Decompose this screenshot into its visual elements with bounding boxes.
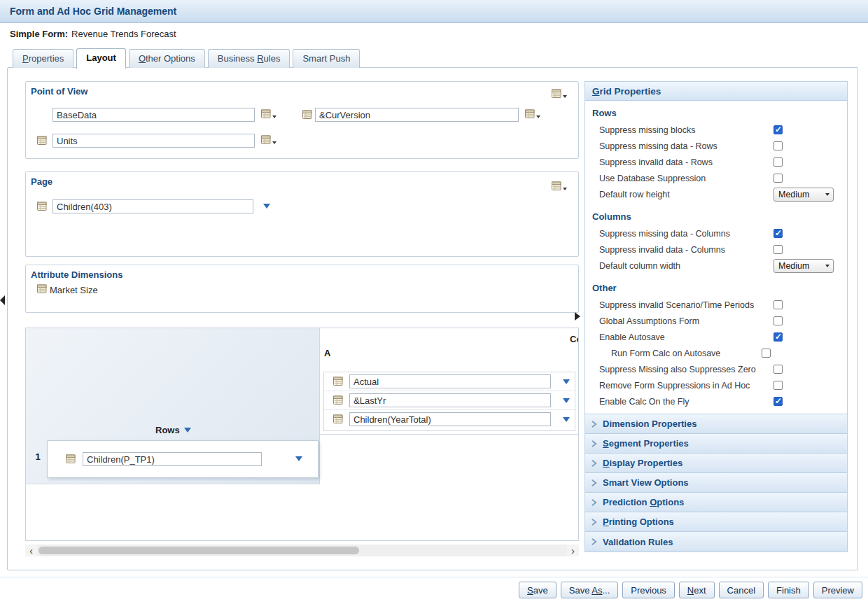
member-selector-icon <box>524 108 536 120</box>
save-button[interactable]: Save <box>519 582 556 598</box>
rows-section-title: Rows <box>585 102 847 122</box>
dropdown-arrow-icon <box>536 115 540 118</box>
checkbox-enable-calc-on-the-fly[interactable] <box>774 397 783 406</box>
dimension-icon[interactable] <box>36 201 48 212</box>
accordion-group: Dimension Properties Segment Properties … <box>585 414 847 552</box>
member-dropdown-arrow[interactable] <box>563 379 570 384</box>
columns-section-title: Columns <box>585 206 847 225</box>
tab-properties[interactable]: Properties <box>13 49 74 68</box>
checkbox-suppress-missing-data-columns[interactable] <box>774 229 783 238</box>
form-subtitle: Simple Form: Revenue Trends Forecast <box>0 23 868 44</box>
checkbox-enable-autosave[interactable] <box>774 332 783 342</box>
property-row: Enable Autosave <box>585 329 847 345</box>
accordion-prediction-options[interactable]: Prediction Options <box>585 493 847 512</box>
pov-member-selector-button[interactable] <box>551 88 567 99</box>
column-member-row <box>324 410 575 429</box>
checkbox-suppress-missing-blocks[interactable] <box>774 125 783 134</box>
checkbox-global-assumptions-form[interactable] <box>774 316 783 325</box>
tab-business-rules[interactable]: Business Rules <box>208 49 290 68</box>
member-dropdown-arrow[interactable] <box>563 417 570 422</box>
scrollbar-track[interactable] <box>37 545 567 556</box>
member-dropdown-arrow[interactable] <box>295 456 302 461</box>
property-row: Enable Calc On the Fly <box>585 393 847 409</box>
checkbox-suppress-missing-data-rows[interactable] <box>774 141 783 150</box>
member-dropdown-arrow[interactable] <box>263 204 270 209</box>
tab-layout[interactable]: Layout <box>76 48 126 69</box>
column-member-row <box>324 372 575 391</box>
accordion-validation-rules[interactable]: Validation Rules <box>585 532 847 552</box>
next-button[interactable]: Next <box>679 582 715 598</box>
checkbox-suppress-invalid-data-columns[interactable] <box>774 245 783 254</box>
chevron-right-icon <box>592 519 597 526</box>
column-member-input-2[interactable] <box>349 393 551 407</box>
dimension-icon[interactable] <box>36 135 48 146</box>
property-row: Suppress invalid data - Rows <box>585 154 847 170</box>
column-a-header: A <box>324 348 330 358</box>
save-as-button[interactable]: Save As... <box>561 582 619 598</box>
finish-button[interactable]: Finish <box>768 582 809 598</box>
page-member-input[interactable] <box>52 199 253 213</box>
rows-header[interactable]: Rows <box>155 425 191 435</box>
columns-panel: Columns A <box>320 328 579 435</box>
checkbox-use-database-suppression[interactable] <box>774 174 783 183</box>
chevron-down-icon <box>825 265 830 267</box>
column-member-row <box>324 391 575 410</box>
preview-button[interactable]: Preview <box>813 582 862 598</box>
grid-properties-panel: Grid Properties Rows Suppress missing bl… <box>584 81 848 552</box>
cancel-button[interactable]: Cancel <box>719 582 764 598</box>
checkbox-run-form-calc-on-autosave[interactable] <box>762 349 771 358</box>
accordion-segment-properties[interactable]: Segment Properties <box>585 434 847 454</box>
grid-properties-header[interactable]: Grid Properties <box>585 82 847 101</box>
scrollbar-thumb[interactable] <box>38 547 359 554</box>
dimension-icon[interactable] <box>332 395 344 406</box>
checkbox-suppress-invalid-scenario-time-periods[interactable] <box>774 300 783 309</box>
attribute-dimensions-title: Attribute Dimensions <box>31 269 122 280</box>
tab-smart-push[interactable]: Smart Push <box>293 49 360 68</box>
attribute-dimension-name: Market Size <box>50 285 98 295</box>
property-row: Remove Form Suppressions in Ad Hoc <box>585 377 847 393</box>
property-row: Suppress missing data - Columns <box>585 225 847 241</box>
page-member-selector-button[interactable] <box>551 181 567 192</box>
property-row: Suppress missing data - Rows <box>585 138 847 154</box>
tab-other-options[interactable]: Other Options <box>129 49 205 68</box>
pov-member-input-1[interactable] <box>52 108 255 122</box>
accordion-display-properties[interactable]: Display Properties <box>585 454 847 473</box>
window-title-bar: Form and Ad Hoc Grid Management <box>0 0 868 23</box>
accordion-dimension-properties[interactable]: Dimension Properties <box>585 414 847 434</box>
dimension-icon[interactable] <box>65 454 76 465</box>
scroll-right-button[interactable]: › <box>567 545 579 556</box>
column-member-input-3[interactable] <box>349 412 551 426</box>
scroll-left-button[interactable]: ‹ <box>25 545 37 556</box>
dimension-icon[interactable] <box>36 283 48 295</box>
horizontal-scrollbar[interactable]: ‹ › <box>25 545 579 556</box>
default-row-height-select[interactable]: Medium <box>774 188 834 202</box>
dimension-icon[interactable] <box>332 376 344 387</box>
pov-member-input-3[interactable] <box>52 134 255 148</box>
form-name: Revenue Trends Forecast <box>71 29 176 39</box>
previous-button[interactable]: Previous <box>622 582 675 598</box>
member-selector-button[interactable] <box>260 108 276 120</box>
accordion-printing-options[interactable]: Printing Options <box>585 512 847 532</box>
accordion-smart-view-options[interactable]: Smart View Options <box>585 473 847 493</box>
checkbox-suppress-missing-also-suppresses-zero[interactable] <box>774 365 783 374</box>
dropdown-arrow-icon <box>272 141 276 144</box>
pov-member-input-2[interactable] <box>315 108 519 122</box>
checkbox-remove-form-suppressions-in-ad-hoc[interactable] <box>774 381 783 390</box>
member-selector-button[interactable] <box>524 108 540 120</box>
property-row: Default column width Medium <box>585 258 847 274</box>
column-member-input-1[interactable] <box>349 374 551 388</box>
splitter-collapse-right-icon[interactable] <box>575 312 580 321</box>
dropdown-arrow-icon <box>563 188 567 190</box>
columns-header[interactable]: Columns <box>570 334 579 344</box>
property-row: Suppress invalid data - Columns <box>585 241 847 258</box>
rows-dropdown-arrow[interactable] <box>184 428 191 433</box>
row-member-input-1[interactable] <box>83 452 262 466</box>
checkbox-suppress-invalid-data-rows[interactable] <box>774 157 783 167</box>
splitter-collapse-left-icon[interactable] <box>0 295 5 305</box>
default-column-width-select[interactable]: Medium <box>774 259 834 273</box>
member-selector-button[interactable] <box>260 134 276 146</box>
member-dropdown-arrow[interactable] <box>563 398 570 403</box>
member-selector-icon <box>551 88 562 99</box>
dimension-icon[interactable] <box>332 414 344 425</box>
dimension-icon[interactable] <box>302 109 313 120</box>
